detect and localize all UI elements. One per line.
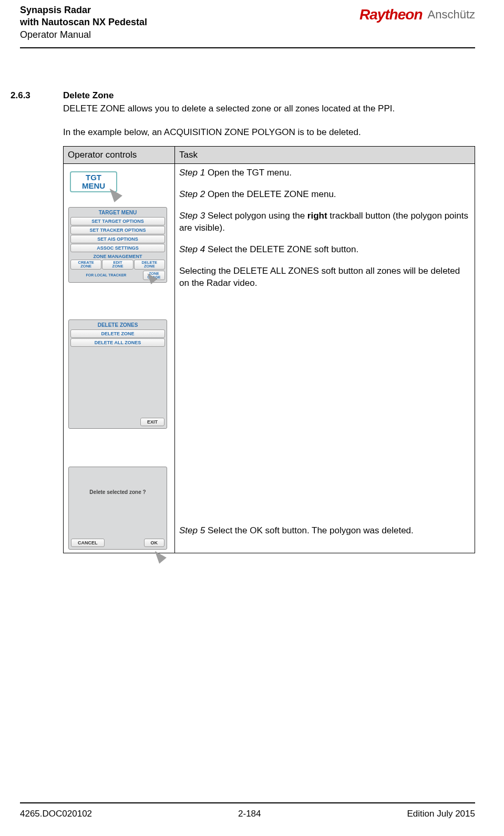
- create-zone-button[interactable]: CREATE ZONE: [70, 260, 101, 270]
- header-line3: Operator Manual: [20, 29, 147, 41]
- zone-management-label: ZONE MANAGEMENT: [70, 253, 165, 260]
- td-operator-controls: TGT MENU TARGET MENU SET TARGET OPTIONS …: [64, 164, 175, 553]
- step-2-text: Open the DELETE ZONE menu.: [205, 189, 336, 199]
- step-2-label: Step 2: [179, 189, 205, 199]
- step-3: Step 3 Select polygon using the right tr…: [179, 210, 470, 234]
- footer-docid: 4265.DOC020102: [20, 809, 92, 819]
- step-3-pre: Select polygon using the: [205, 211, 307, 221]
- section-para2: In the example below, an ACQUISITION ZON…: [63, 127, 475, 139]
- step-1-label: Step 1: [179, 168, 205, 178]
- td-task: Step 1 Open the TGT menu. Step 2 Open th…: [175, 164, 475, 553]
- panel-title-target-menu: TARGET MENU: [70, 209, 165, 216]
- section-number: 2.6.3: [11, 90, 63, 101]
- delete-zones-title: DELETE ZONES: [70, 321, 165, 329]
- footer-edition: Edition July 2015: [407, 809, 475, 819]
- set-tracker-options-button[interactable]: SET TRACKER OPTIONS: [70, 226, 165, 234]
- cursor-icon: [151, 545, 171, 564]
- step-3-label: Step 3: [179, 211, 205, 221]
- confirm-question: Delete selected zone ?: [70, 468, 165, 495]
- step-4: Step 4 Select the DELETE ZONE soft butto…: [179, 244, 470, 256]
- delete-zone-soft-button[interactable]: DELETE ZONE: [70, 329, 165, 338]
- logo-anschutz: Anschütz: [428, 8, 476, 22]
- section-para1: DELETE ZONE allows you to delete a selec…: [63, 103, 475, 115]
- step-5-label: Step 5: [179, 525, 205, 535]
- doc-header-left: Synapsis Radar with Nautoscan NX Pedesta…: [20, 4, 147, 41]
- procedure-table: Operator controls Task TGT MENU: [63, 146, 475, 553]
- set-ais-options-button[interactable]: SET AIS OPTIONS: [70, 235, 165, 243]
- for-local-tracker-label: FOR LOCAL TRACKER: [70, 273, 142, 277]
- set-target-options-button[interactable]: SET TARGET OPTIONS: [70, 217, 165, 225]
- step-2: Step 2 Open the DELETE ZONE menu.: [179, 189, 470, 201]
- footer-page: 2-184: [238, 809, 261, 819]
- th-task: Task: [175, 147, 475, 164]
- tgt-line1: TGT: [74, 173, 113, 182]
- cancel-button[interactable]: CANCEL: [71, 539, 105, 547]
- page-footer: 4265.DOC020102 2-184 Edition July 2015: [20, 802, 475, 819]
- delete-zone-button[interactable]: DELETE ZONE: [134, 260, 165, 270]
- assoc-settings-button[interactable]: ASSOC SETTINGS: [70, 244, 165, 252]
- step-5: Step 5 Select the OK soft button. The po…: [179, 525, 470, 537]
- step-4-text: Select the DELETE ZONE soft button.: [205, 244, 358, 254]
- step-4-label: Step 4: [179, 244, 205, 254]
- step-1-text: Open the TGT menu.: [205, 168, 292, 178]
- step-3-bold: right: [307, 211, 327, 221]
- logo-raytheon: Raytheon: [359, 6, 423, 23]
- edit-zone-button[interactable]: EDIT ZONE: [102, 260, 133, 270]
- note-delete-all: Selecting the DELETE ALL ZONES soft butt…: [179, 265, 470, 290]
- section-title: Delete Zone: [63, 90, 114, 101]
- step-5-text: Select the OK soft button. The polygon w…: [205, 525, 414, 535]
- th-operator-controls: Operator controls: [64, 147, 175, 164]
- header-line2: with Nautoscan NX Pedestal: [20, 16, 147, 28]
- logo: Raytheon Anschütz: [359, 4, 475, 23]
- delete-all-zones-soft-button[interactable]: DELETE ALL ZONES: [70, 338, 165, 347]
- exit-button[interactable]: EXIT: [140, 418, 164, 426]
- header-line1: Synapsis Radar: [20, 4, 147, 16]
- delete-zones-panel: DELETE ZONES DELETE ZONE DELETE ALL ZONE…: [68, 319, 167, 429]
- step-1: Step 1 Open the TGT menu.: [179, 167, 470, 179]
- confirm-dialog: Delete selected zone ? CANCEL OK: [68, 467, 167, 550]
- tgt-line2: MENU: [74, 182, 113, 190]
